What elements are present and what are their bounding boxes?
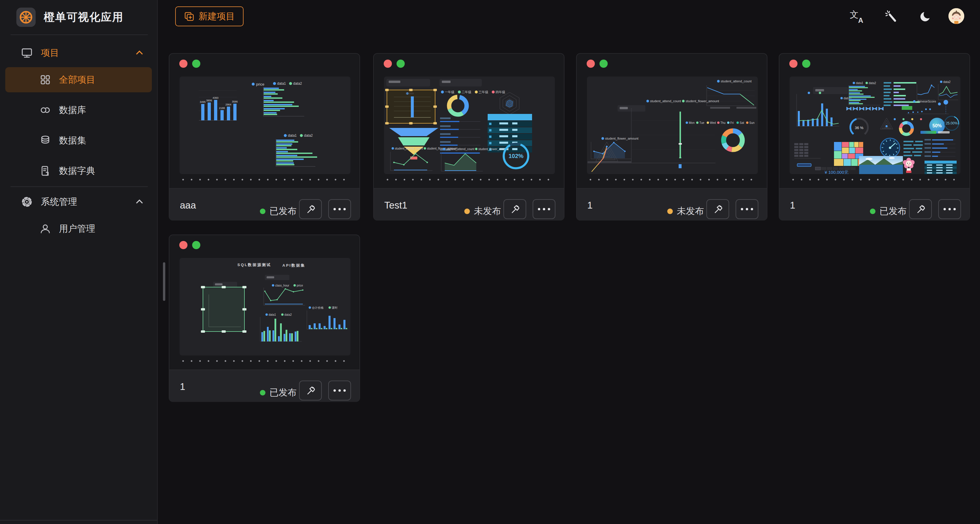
avatar[interactable] [948,8,964,24]
add-project-icon [184,11,194,22]
more-actions-button[interactable] [736,199,758,219]
svg-text:3806: 3806 [206,99,212,102]
avatar-illustration [948,8,964,24]
ellipsis-icon [334,208,346,210]
card-footer: 1 已发布 [780,188,969,221]
project-card[interactable]: 一年级 二年级 三年级 四年级 [373,53,565,221]
project-thumbnail[interactable]: student_attend_count student_attend_coun… [587,76,758,174]
sidebar-item-user-management[interactable]: 用户管理 [5,216,152,241]
sidebar-item-all-projects[interactable]: 全部项目 [5,67,152,92]
project-thumbnail[interactable]: price 34953806 43932188 29643586 [180,76,350,174]
status-dot-icon [260,209,266,214]
status-label: 未发布 [474,205,501,217]
sidebar-bottom-divider [0,520,157,521]
svg-text:Tue: Tue [699,121,704,124]
sidebar-item-dictionary[interactable]: 数据字典 [5,158,152,183]
sidebar-item-database[interactable]: 数据库 [5,97,152,123]
svg-text:data2: data2 [943,80,950,84]
sidebar-item-dataset[interactable]: 数据集 [5,128,152,153]
status-badge: 已发布 [870,205,907,217]
green-dot-icon [192,241,200,249]
svg-text:36 %: 36 % [855,126,864,130]
more-actions-button[interactable] [533,199,555,219]
status-dot-icon [464,209,470,214]
svg-text:Mon: Mon [689,121,694,124]
status-label: 未发布 [677,205,704,217]
dots-strip [590,179,757,180]
svg-text:data2: data2 [869,81,876,85]
svg-text:Fri: Fri [730,121,734,124]
status-badge: 已发布 [260,386,297,399]
more-actions-button[interactable] [938,199,961,219]
sidebar-divider [11,186,148,187]
more-actions-button[interactable] [328,199,351,219]
chevron-up-icon [136,199,143,206]
svg-text:4393: 4393 [213,96,218,99]
card-footer: 1 未发布 [577,188,767,221]
svg-text:API数据集: API数据集 [282,263,305,268]
dots-strip [182,360,349,362]
ellipsis-icon [334,389,346,392]
project-title: 1 [790,200,795,211]
magic-wand-icon[interactable] [883,8,899,24]
ellipsis-icon [538,208,550,210]
status-dot-icon [667,209,673,214]
edit-project-button[interactable] [706,199,729,219]
thumbnail-dashboard: student_attend_count student_attend_coun… [587,76,758,174]
edit-project-button[interactable] [299,381,322,400]
svg-text:student_attend_count: student_attend_count [650,99,681,103]
project-card[interactable]: price 34953806 43932188 29643586 [169,53,360,221]
hammer-icon [305,385,316,397]
svg-text:data1: data1 [288,134,297,138]
translate-glyph: 文A [850,10,862,23]
status-label: 已发布 [269,205,297,217]
project-card[interactable]: student_attend_count student_attend_coun… [576,53,767,221]
svg-text:student_attend_count: student_attend_count [446,148,474,151]
app-logo [16,8,36,27]
sidebar-divider [11,35,148,35]
status-label: 已发布 [269,386,297,399]
edit-project-button[interactable] [299,199,322,219]
translate-icon[interactable]: 文A [848,8,864,24]
sidebar-section-projects[interactable]: 项目 [0,44,157,62]
sidebar-section-system[interactable]: 系统管理 [0,193,157,211]
status-badge: 已发布 [260,205,297,217]
sidebar-item-label: 数据集 [59,134,86,147]
sidebar-item-label: 数据字典 [59,165,95,177]
project-title: aaa [180,200,196,211]
project-card[interactable]: data1 data1 data2 [779,53,970,221]
user-icon [40,223,51,234]
status-badge: 未发布 [667,205,704,217]
svg-text:3586: 3586 [232,100,238,103]
svg-text:Thu: Thu [721,121,725,124]
red-dot-icon [587,60,595,68]
more-actions-button[interactable] [328,381,351,400]
edit-project-button[interactable] [909,199,932,219]
new-project-button[interactable]: 新建项目 [175,6,243,26]
svg-text:3495: 3495 [200,100,205,104]
project-thumbnail[interactable]: 一年级 二年级 三年级 四年级 [384,76,555,174]
scrollbar-thumb[interactable] [163,262,165,301]
svg-text:50%: 50% [932,123,942,128]
svg-text:class_hour: class_hour [275,284,290,287]
app-title: 橙单可视化应用 [44,10,124,24]
svg-text:SQL数据源测试: SQL数据源测试 [237,263,271,267]
status-dot-icon [260,390,266,395]
new-project-label: 新建项目 [199,10,235,22]
svg-text:price: price [297,284,303,287]
moon-icon[interactable] [918,8,934,24]
project-thumbnail[interactable]: data1 data1 data2 [790,76,961,174]
dots-strip [387,179,554,180]
card-footer: Test1 未发布 [374,188,564,221]
gear-icon [21,196,33,208]
svg-text:合计价格: 合计价格 [312,306,323,309]
dictionary-icon [40,165,51,177]
svg-text:课时: 课时 [332,306,337,309]
hammer-icon [509,203,521,215]
svg-text:data1: data1 [856,81,863,85]
project-thumbnail[interactable]: SQL数据源测试 API数据集 class_hour price [180,258,350,355]
project-card[interactable]: SQL数据源测试 API数据集 class_hour price [169,234,360,402]
edit-project-button[interactable] [503,199,526,219]
thumbnail-dashboard: price 34953806 43932188 29643586 [180,76,350,174]
card-footer: 1 已发布 [169,370,360,402]
